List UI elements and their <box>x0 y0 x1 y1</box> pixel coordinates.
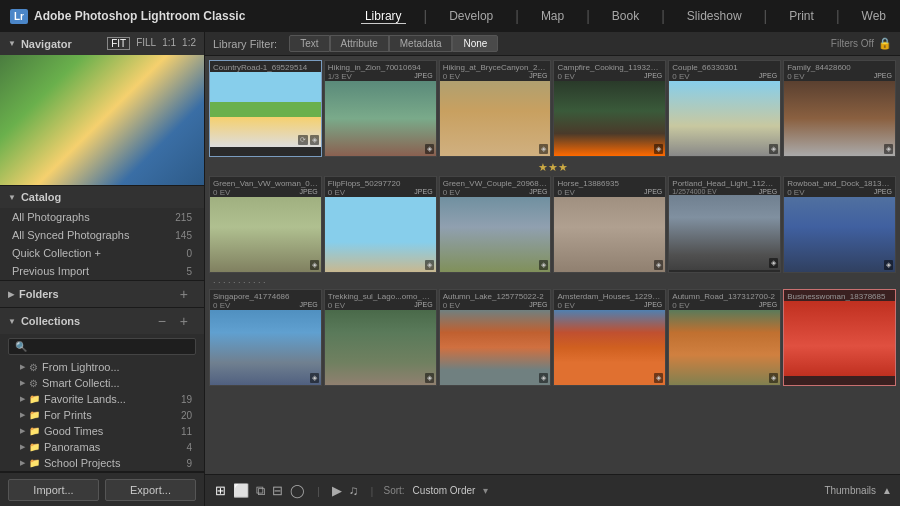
menu-item-slideshow[interactable]: Slideshow <box>683 9 746 23</box>
grid-cell-3-2[interactable]: Trekking_sul_Lago...omo_193948354 0 EV J… <box>324 289 437 386</box>
grid-cell-2-6[interactable]: Rowboat_and_Dock_181331006 0 EV JPEG ◈ <box>783 176 896 273</box>
cell-img-2-3: ◈ <box>440 197 551 272</box>
sort-arrow-icon[interactable]: ▾ <box>483 485 488 496</box>
folders-add-button[interactable]: + <box>180 286 196 302</box>
collection-item-school[interactable]: ▶ 📁 School Projects 9 <box>0 455 204 471</box>
filter-tab-none[interactable]: None <box>452 35 498 52</box>
collection-item-good-times[interactable]: ▶ 📁 Good Times 11 <box>0 423 204 439</box>
filter-tab-attribute[interactable]: Attribute <box>330 35 389 52</box>
menu-item-web[interactable]: Web <box>858 9 890 23</box>
grid-cell-1-4[interactable]: Campfire_Cooking_119320839 0 EV JPEG ◈ <box>553 60 666 157</box>
collections-header[interactable]: ▼ Collections − + <box>0 308 204 334</box>
grid-cell-1-1[interactable]: CountryRoad-1_69529514 ⟳ ◈ <box>209 60 322 157</box>
app-logo: Lr Adobe Photoshop Lightroom Classic <box>10 9 245 24</box>
filter-tab-text[interactable]: Text <box>289 35 329 52</box>
cell-icon-flag12: ◈ <box>884 260 893 270</box>
bottom-toolbar: ⊞ ⬜ ⧉ ⊟ ◯ | ▶ ♫ | Sort: Custom Order ▾ T… <box>205 474 900 506</box>
collection-item-prints[interactable]: ▶ 📁 For Prints 20 <box>0 407 204 423</box>
coll-expand-icon6: ▶ <box>20 443 25 451</box>
collection-item-favorite[interactable]: ▶ 📁 Favorite Lands... 19 <box>0 391 204 407</box>
main-layout: ▼ Navigator FIT FILL 1:1 1:2 ▼ Catalog <box>0 32 900 506</box>
collections-minus-button[interactable]: − <box>158 313 174 329</box>
cell-icon-flag8: ◈ <box>425 260 434 270</box>
photo-grid: CountryRoad-1_69529514 ⟳ ◈ Hiking_in_Zio… <box>205 56 900 474</box>
cell-img-1-4: ◈ <box>554 81 665 156</box>
grid-cell-1-3[interactable]: Hiking_at_BryceCanyon_211015870 0 EV JPE… <box>439 60 552 157</box>
catalog-item-quick[interactable]: Quick Collection + 0 <box>0 244 204 262</box>
filter-tab-metadata[interactable]: Metadata <box>389 35 453 52</box>
thumbnail-size-slider[interactable]: ▲ <box>882 485 892 496</box>
cell-icon-sync: ⟳ <box>298 135 308 145</box>
cell-icon-flag14: ◈ <box>425 373 434 383</box>
nav-zoom-controls: FIT FILL 1:1 1:2 <box>107 37 196 50</box>
folders-header[interactable]: ▶ Folders + <box>0 281 204 307</box>
folders-section: ▶ Folders + <box>0 281 204 308</box>
loupe-view-icon[interactable]: ⬜ <box>231 481 251 500</box>
compare-view-icon[interactable]: ⧉ <box>254 481 267 501</box>
grid-cell-1-5[interactable]: Couple_66330301 0 EV JPEG ◈ <box>668 60 781 157</box>
center-content: Library Filter: Text Attribute Metadata … <box>205 32 900 506</box>
grid-cell-3-3[interactable]: Autumn_Lake_125775022-2 0 EV JPEG ◈ <box>439 289 552 386</box>
grid-cell-1-6[interactable]: Family_84428600 0 EV JPEG ◈ <box>783 60 896 157</box>
menu-item-library[interactable]: Library <box>361 9 406 24</box>
slideshow-icon[interactable]: ▶ <box>330 481 344 500</box>
grid-cell-2-4[interactable]: Horse_13886935 0 EV JPEG ◈ <box>553 176 666 273</box>
nav-preview-image <box>0 55 204 185</box>
cell-icon-flag17: ◈ <box>769 373 778 383</box>
grid-view-icon[interactable]: ⊞ <box>213 481 228 500</box>
people-view-icon[interactable]: ◯ <box>288 481 307 500</box>
menu-item-book[interactable]: Book <box>608 9 643 23</box>
nav-fill[interactable]: FILL <box>136 37 156 50</box>
menu-item-map[interactable]: Map <box>537 9 568 23</box>
catalog-triangle: ▼ <box>8 193 16 202</box>
dot-row: · · · · · · · · · · · <box>209 275 896 289</box>
grid-cell-3-1[interactable]: Singapore_41774686 0 EV JPEG ◈ <box>209 289 322 386</box>
nav-1to1[interactable]: 1:1 <box>162 37 176 50</box>
grid-cell-2-3[interactable]: Green_VW_Couple_209689493 0 EV JPEG ◈ <box>439 176 552 273</box>
cell-icon-flag7: ◈ <box>310 260 319 270</box>
cell-img-3-1: ◈ <box>210 310 321 385</box>
sort-label: Sort: <box>383 485 404 496</box>
catalog-header[interactable]: ▼ Catalog <box>0 186 204 208</box>
collections-add-button[interactable]: + <box>180 313 196 329</box>
survey-view-icon[interactable]: ⊟ <box>270 481 285 500</box>
cell-img-1-5: ◈ <box>669 81 780 156</box>
collection-folder-icon5: 📁 <box>29 458 40 468</box>
catalog-section: ▼ Catalog All Photographs 215 All Synced… <box>0 186 204 281</box>
catalog-item-synced[interactable]: All Synced Photographs 145 <box>0 226 204 244</box>
grid-cell-1-2[interactable]: Hiking_in_Zion_70010694 1/3 EV JPEG ◈ <box>324 60 437 157</box>
cell-icon-flag3: ◈ <box>539 144 548 154</box>
grid-cell-2-1[interactable]: Green_Van_VW_woman_09741797 0 EV JPEG ◈ <box>209 176 322 273</box>
coll-expand-icon2: ▶ <box>20 379 25 387</box>
filters-off: Filters Off 🔒 <box>831 37 892 50</box>
sort-value[interactable]: Custom Order <box>413 485 476 496</box>
collection-item-smart[interactable]: ▶ ⚙ Smart Collecti... <box>0 375 204 391</box>
collections-search <box>0 334 204 359</box>
cell-icon-flag15: ◈ <box>539 373 548 383</box>
navigator-triangle: ▼ <box>8 39 16 48</box>
view-mode-icons: ⊞ ⬜ ⧉ ⊟ ◯ <box>213 481 307 501</box>
grid-cell-2-5[interactable]: Portland_Head_Light_112166324 1/2574000 … <box>668 176 781 273</box>
navigator-header[interactable]: ▼ Navigator FIT FILL 1:1 1:2 <box>0 32 204 55</box>
grid-cell-3-5[interactable]: Autumn_Road_137312700-2 0 EV JPEG ◈ <box>668 289 781 386</box>
menu-item-print[interactable]: Print <box>785 9 818 23</box>
cell-img-3-6 <box>784 301 895 376</box>
collection-item-panoramas[interactable]: ▶ 📁 Panoramas 4 <box>0 439 204 455</box>
filter-bar: Library Filter: Text Attribute Metadata … <box>205 32 900 56</box>
nav-1to2[interactable]: 1:2 <box>182 37 196 50</box>
grid-cell-2-2[interactable]: FlipFlops_50297720 0 EV JPEG ◈ <box>324 176 437 273</box>
import-button[interactable]: Import... <box>8 479 99 501</box>
top-nav-bar: Lr Adobe Photoshop Lightroom Classic Lib… <box>0 0 900 32</box>
collection-item-from-lightroom[interactable]: ▶ ⚙ From Lightroo... <box>0 359 204 375</box>
catalog-item-all-photos[interactable]: All Photographs 215 <box>0 208 204 226</box>
export-button[interactable]: Export... <box>105 479 196 501</box>
collections-search-input[interactable] <box>8 338 196 355</box>
grid-cell-3-4[interactable]: Amsterdam_Houses_122940375 0 EV JPEG ◈ <box>553 289 666 386</box>
folders-title: Folders <box>19 288 59 300</box>
lock-icon[interactable]: 🔒 <box>878 37 892 50</box>
nav-fit[interactable]: FIT <box>107 37 130 50</box>
music-icon[interactable]: ♫ <box>347 481 361 500</box>
grid-cell-3-6[interactable]: Businesswoman_18378685 <box>783 289 896 386</box>
menu-item-develop[interactable]: Develop <box>445 9 497 23</box>
catalog-item-previous[interactable]: Previous Import 5 <box>0 262 204 280</box>
